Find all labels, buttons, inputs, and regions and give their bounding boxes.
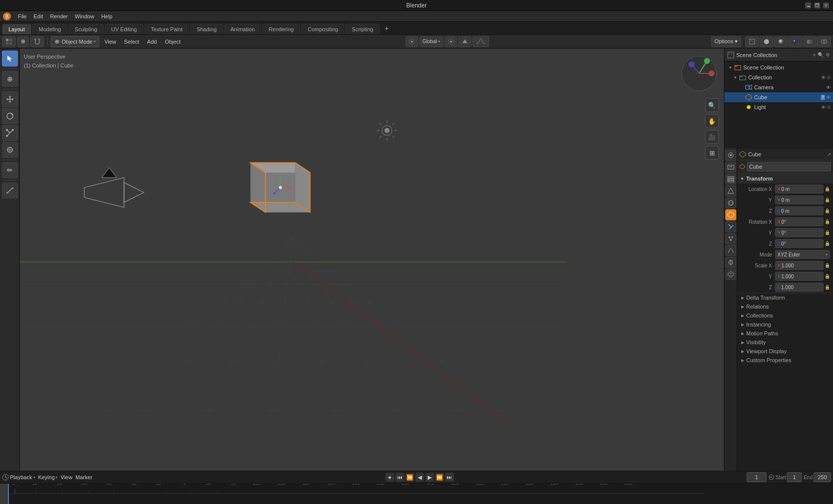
cursor-icon-button[interactable]: ⊕	[17, 36, 29, 47]
rotation-z-input[interactable]: Z 0°	[775, 239, 824, 248]
object-menu[interactable]: Object	[162, 38, 184, 46]
end-frame-input[interactable]: 250	[814, 472, 831, 482]
viewport-display-section[interactable]: ▶ Viewport Display	[737, 347, 833, 356]
menu-file[interactable]: File	[15, 12, 30, 20]
location-x-input[interactable]: X 0 m	[775, 185, 824, 193]
transform-orientation-button[interactable]: Global ▾	[419, 36, 444, 47]
rotation-x-input[interactable]: X 0°	[775, 217, 824, 226]
transform-pivot-button[interactable]	[405, 36, 418, 47]
record-button[interactable]: ●	[385, 473, 394, 482]
rotate-tool[interactable]	[2, 108, 18, 124]
viewport-gizmo[interactable]: Y X Z	[679, 54, 719, 93]
location-y-input[interactable]: Y 0 m	[775, 195, 824, 204]
physics-props-btn[interactable]	[725, 245, 736, 256]
viewport-icon-button[interactable]	[2, 36, 16, 47]
move-tool[interactable]	[2, 91, 18, 107]
modifier-props-btn[interactable]	[725, 221, 736, 232]
timeline-bar[interactable]: 1 10 20 30 40 50 60 70 80 90 100 110 120…	[0, 483, 833, 504]
object-mode-selector[interactable]: Object Mode ▾	[51, 36, 99, 47]
view-layer-props-btn[interactable]	[725, 174, 736, 185]
keying-menu[interactable]: Keying	[38, 474, 55, 480]
add-workspace-button[interactable]: +	[381, 22, 392, 34]
cursor-tool[interactable]: ⊕	[2, 71, 18, 87]
transform-header[interactable]: ▼ Transform	[737, 174, 833, 184]
solid-button[interactable]	[760, 36, 773, 47]
playback-menu[interactable]: Playback	[10, 474, 32, 480]
rotation-mode-select[interactable]: XYZ Euler ▾	[775, 250, 830, 259]
object-name-input[interactable]	[747, 162, 831, 172]
zoom-in-button[interactable]: 🔍	[705, 98, 719, 112]
output-props-btn[interactable]	[725, 162, 736, 173]
particles-props-btn[interactable]	[725, 233, 736, 244]
outliner-scene-collection[interactable]: ▼ Scene Collection	[724, 63, 833, 72]
jump-start-button[interactable]: ⏮	[395, 473, 404, 482]
tab-layout[interactable]: Layout	[2, 24, 31, 34]
visibility-section[interactable]: ▶ Visibility	[737, 338, 833, 347]
delta-transform-section[interactable]: ▶ Delta Transform	[737, 293, 833, 302]
menu-help[interactable]: Help	[98, 12, 116, 20]
tab-texture-paint[interactable]: Texture Paint	[144, 24, 189, 34]
collections-section[interactable]: ▶ Collections	[737, 311, 833, 320]
current-frame-marker[interactable]	[0, 484, 9, 504]
tab-animation[interactable]: Animation	[224, 24, 261, 34]
custom-properties-section[interactable]: ▶ Custom Properties	[737, 356, 833, 365]
overlay-button[interactable]	[803, 36, 817, 47]
object-data-props-btn[interactable]	[725, 269, 736, 280]
rotation-y-input[interactable]: Y 0°	[775, 228, 824, 237]
outliner-collection[interactable]: ▼ Collection 👁 ⊙	[724, 72, 833, 82]
pan-button[interactable]: ✋	[705, 114, 719, 128]
prev-keyframe-button[interactable]: ⏪	[405, 473, 414, 482]
marker-menu[interactable]: Marker	[75, 474, 92, 480]
next-keyframe-button[interactable]: ⏩	[435, 473, 444, 482]
scale-y-input[interactable]: Y 1.000	[775, 272, 824, 281]
tab-sculpting[interactable]: Sculpting	[68, 24, 104, 34]
outliner-light[interactable]: ▶ Light 👁 ⊙	[724, 102, 833, 112]
motion-paths-section[interactable]: ▶ Motion Paths	[737, 329, 833, 338]
xray-button[interactable]	[817, 36, 831, 47]
blender-logo[interactable]: B	[2, 11, 12, 21]
menu-render[interactable]: Render	[47, 12, 71, 20]
maximize-button[interactable]: 🗖	[814, 2, 820, 8]
relations-section[interactable]: ▶ Relations	[737, 302, 833, 311]
tab-rendering[interactable]: Rendering	[262, 24, 300, 34]
select-tool[interactable]	[2, 51, 18, 66]
scale-z-input[interactable]: Z 1.000	[775, 283, 824, 292]
view-menu[interactable]: View	[61, 474, 72, 480]
annotate-tool[interactable]: ✏	[2, 162, 18, 178]
menu-edit[interactable]: Edit	[31, 12, 46, 20]
view-menu[interactable]: View	[101, 38, 119, 46]
menu-window[interactable]: Window	[72, 12, 97, 20]
instancing-section[interactable]: ▶ Instancing	[737, 320, 833, 329]
location-z-input[interactable]: Z 0 m	[775, 206, 824, 215]
snap-magnet-button[interactable]	[30, 36, 44, 47]
constraints-props-btn[interactable]	[725, 257, 736, 268]
play-button[interactable]: ▶	[425, 473, 434, 482]
world-props-btn[interactable]	[725, 197, 736, 208]
orthographic-button[interactable]: ⊞	[705, 146, 719, 160]
start-frame-input[interactable]: 1	[787, 472, 802, 482]
outliner-camera[interactable]: ▶ Camera 👁	[724, 82, 833, 92]
camera-view-button[interactable]: 🎥	[705, 130, 719, 144]
tab-shading[interactable]: Shading	[190, 24, 223, 34]
current-frame[interactable]: 1	[747, 472, 767, 482]
select-menu[interactable]: Select	[121, 38, 142, 46]
proportional-edit-button[interactable]	[445, 36, 457, 47]
minimize-button[interactable]: 🗕	[805, 2, 811, 8]
transform-tool[interactable]	[2, 142, 18, 158]
tab-scripting[interactable]: Scripting	[345, 24, 380, 34]
jump-end-button[interactable]: ⏭	[445, 473, 454, 482]
wireframe-button[interactable]	[745, 36, 759, 47]
options-button[interactable]: Options ▾	[711, 36, 741, 47]
tab-uv-editing[interactable]: UV Editing	[105, 24, 143, 34]
render-props-btn[interactable]	[725, 150, 736, 161]
scale-x-input[interactable]: X 1.000	[775, 261, 824, 270]
scale-tool[interactable]	[2, 125, 18, 141]
measure-tool[interactable]	[2, 183, 18, 198]
tab-modeling[interactable]: Modeling	[32, 24, 67, 34]
close-button[interactable]: ✕	[823, 2, 829, 8]
material-preview-button[interactable]	[774, 36, 788, 47]
object-props-btn[interactable]	[725, 209, 736, 220]
snap-button[interactable]	[458, 36, 471, 47]
outliner-cube[interactable]: ▶ Cube 7 👁	[724, 92, 833, 102]
props-external-link[interactable]: ↗	[827, 152, 831, 157]
